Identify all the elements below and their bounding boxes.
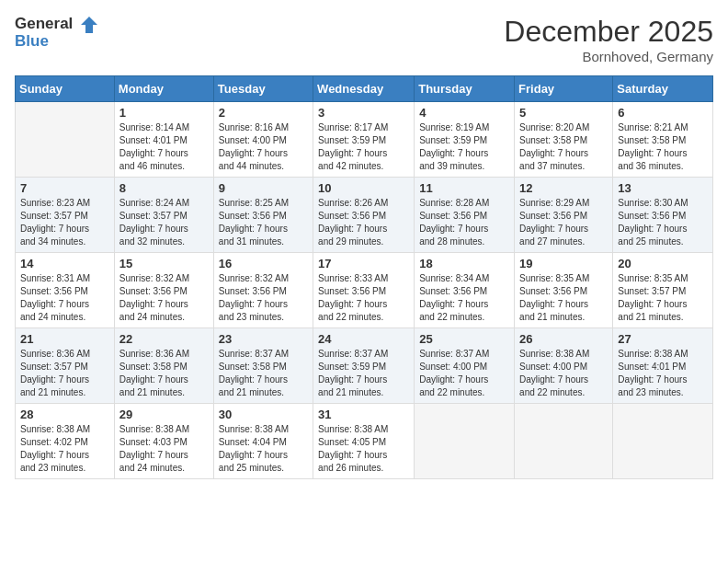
day-info: Sunrise: 8:38 AMSunset: 4:00 PMDaylight:…	[519, 348, 608, 399]
day-info: Sunrise: 8:20 AMSunset: 3:58 PMDaylight:…	[519, 121, 608, 173]
title-section: December 2025 Bornhoved, Germany	[504, 15, 713, 64]
calendar-cell: 4Sunrise: 8:19 AMSunset: 3:59 PMDaylight…	[415, 102, 515, 178]
day-number: 11	[419, 181, 509, 195]
calendar-cell: 27Sunrise: 8:38 AMSunset: 4:01 PMDayligh…	[613, 328, 713, 404]
day-info: Sunrise: 8:26 AMSunset: 3:56 PMDaylight:…	[318, 197, 409, 248]
calendar-cell: 25Sunrise: 8:37 AMSunset: 4:00 PMDayligh…	[415, 328, 515, 404]
day-info: Sunrise: 8:38 AMSunset: 4:04 PMDaylight:…	[219, 423, 308, 475]
day-info: Sunrise: 8:38 AMSunset: 4:05 PMDaylight:…	[318, 423, 409, 475]
day-number: 20	[618, 257, 708, 270]
calendar-cell: 26Sunrise: 8:38 AMSunset: 4:00 PMDayligh…	[515, 328, 613, 404]
day-number: 1	[119, 106, 209, 120]
day-number: 7	[20, 181, 109, 195]
calendar-cell: 31Sunrise: 8:38 AMSunset: 4:05 PMDayligh…	[313, 404, 415, 479]
day-number: 26	[519, 332, 608, 346]
day-info: Sunrise: 8:14 AMSunset: 4:01 PMDaylight:…	[119, 121, 209, 173]
day-info: Sunrise: 8:37 AMSunset: 4:00 PMDaylight:…	[419, 348, 509, 399]
weekday-header-friday: Friday	[515, 76, 613, 102]
day-info: Sunrise: 8:38 AMSunset: 4:01 PMDaylight:…	[618, 348, 708, 399]
calendar-cell	[515, 404, 613, 479]
weekday-header-monday: Monday	[114, 76, 213, 102]
calendar-cell: 7Sunrise: 8:23 AMSunset: 3:57 PMDaylight…	[16, 178, 115, 253]
calendar-cell: 16Sunrise: 8:32 AMSunset: 3:56 PMDayligh…	[213, 253, 313, 328]
day-number: 13	[618, 181, 708, 195]
day-number: 23	[219, 332, 308, 346]
day-number: 21	[20, 332, 109, 346]
day-info: Sunrise: 8:24 AMSunset: 3:57 PMDaylight:…	[119, 197, 209, 248]
day-info: Sunrise: 8:36 AMSunset: 3:57 PMDaylight:…	[20, 348, 109, 399]
calendar-cell: 15Sunrise: 8:32 AMSunset: 3:56 PMDayligh…	[114, 253, 213, 328]
calendar-cell: 20Sunrise: 8:35 AMSunset: 3:57 PMDayligh…	[613, 253, 713, 328]
weekday-header-tuesday: Tuesday	[213, 76, 313, 102]
day-info: Sunrise: 8:38 AMSunset: 4:03 PMDaylight:…	[119, 423, 209, 475]
day-number: 22	[119, 332, 209, 346]
day-number: 16	[219, 257, 308, 270]
day-info: Sunrise: 8:33 AMSunset: 3:56 PMDaylight:…	[318, 272, 409, 324]
day-number: 18	[419, 257, 509, 270]
day-info: Sunrise: 8:35 AMSunset: 3:57 PMDaylight:…	[618, 272, 708, 324]
svg-marker-0	[81, 17, 97, 33]
day-info: Sunrise: 8:37 AMSunset: 3:59 PMDaylight:…	[318, 348, 409, 399]
calendar-cell: 8Sunrise: 8:24 AMSunset: 3:57 PMDaylight…	[114, 178, 213, 253]
day-number: 24	[318, 332, 409, 346]
calendar-week-row: 7Sunrise: 8:23 AMSunset: 3:57 PMDaylight…	[16, 178, 713, 253]
calendar-cell: 3Sunrise: 8:17 AMSunset: 3:59 PMDaylight…	[313, 102, 415, 178]
calendar-cell: 28Sunrise: 8:38 AMSunset: 4:02 PMDayligh…	[16, 404, 115, 479]
calendar-cell: 14Sunrise: 8:31 AMSunset: 3:56 PMDayligh…	[16, 253, 115, 328]
day-number: 31	[318, 408, 409, 421]
day-info: Sunrise: 8:29 AMSunset: 3:56 PMDaylight:…	[519, 197, 608, 248]
day-number: 30	[219, 408, 308, 421]
calendar-cell: 18Sunrise: 8:34 AMSunset: 3:56 PMDayligh…	[415, 253, 515, 328]
day-number: 27	[618, 332, 708, 346]
day-number: 4	[419, 106, 509, 120]
logo-icon	[79, 15, 99, 35]
calendar-cell: 13Sunrise: 8:30 AMSunset: 3:56 PMDayligh…	[613, 178, 713, 253]
calendar-cell: 6Sunrise: 8:21 AMSunset: 3:58 PMDaylight…	[613, 102, 713, 178]
day-number: 28	[20, 408, 109, 421]
day-info: Sunrise: 8:30 AMSunset: 3:56 PMDaylight:…	[618, 197, 708, 248]
day-info: Sunrise: 8:37 AMSunset: 3:58 PMDaylight:…	[219, 348, 308, 399]
calendar-cell: 21Sunrise: 8:36 AMSunset: 3:57 PMDayligh…	[16, 328, 115, 404]
day-number: 17	[318, 257, 409, 270]
calendar-cell: 29Sunrise: 8:38 AMSunset: 4:03 PMDayligh…	[114, 404, 213, 479]
calendar-cell	[613, 404, 713, 479]
calendar-cell: 5Sunrise: 8:20 AMSunset: 3:58 PMDaylight…	[515, 102, 613, 178]
calendar-cell: 30Sunrise: 8:38 AMSunset: 4:04 PMDayligh…	[213, 404, 313, 479]
calendar-cell: 12Sunrise: 8:29 AMSunset: 3:56 PMDayligh…	[515, 178, 613, 253]
day-info: Sunrise: 8:32 AMSunset: 3:56 PMDaylight:…	[219, 272, 308, 324]
weekday-header-wednesday: Wednesday	[313, 76, 415, 102]
calendar-cell	[16, 102, 115, 178]
calendar-table: SundayMondayTuesdayWednesdayThursdayFrid…	[15, 75, 713, 479]
calendar-cell: 2Sunrise: 8:16 AMSunset: 4:00 PMDaylight…	[213, 102, 313, 178]
day-number: 2	[219, 106, 308, 120]
month-title: December 2025	[504, 15, 713, 49]
day-number: 12	[519, 181, 608, 195]
day-info: Sunrise: 8:28 AMSunset: 3:56 PMDaylight:…	[419, 197, 509, 248]
day-number: 3	[318, 106, 409, 120]
weekday-header-row: SundayMondayTuesdayWednesdayThursdayFrid…	[16, 76, 713, 102]
day-number: 9	[219, 181, 308, 195]
day-info: Sunrise: 8:38 AMSunset: 4:02 PMDaylight:…	[20, 423, 109, 475]
calendar-cell: 1Sunrise: 8:14 AMSunset: 4:01 PMDaylight…	[114, 102, 213, 178]
day-number: 29	[119, 408, 209, 421]
page-header: General Blue December 2025 Bornhoved, Ge…	[15, 15, 713, 64]
day-info: Sunrise: 8:21 AMSunset: 3:58 PMDaylight:…	[618, 121, 708, 173]
calendar-cell: 19Sunrise: 8:35 AMSunset: 3:56 PMDayligh…	[515, 253, 613, 328]
day-number: 25	[419, 332, 509, 346]
day-number: 8	[119, 181, 209, 195]
calendar-cell: 10Sunrise: 8:26 AMSunset: 3:56 PMDayligh…	[313, 178, 415, 253]
calendar-week-row: 21Sunrise: 8:36 AMSunset: 3:57 PMDayligh…	[16, 328, 713, 404]
day-info: Sunrise: 8:25 AMSunset: 3:56 PMDaylight:…	[219, 197, 308, 248]
logo: General Blue	[15, 15, 99, 51]
day-info: Sunrise: 8:36 AMSunset: 3:58 PMDaylight:…	[119, 348, 209, 399]
weekday-header-saturday: Saturday	[613, 76, 713, 102]
day-info: Sunrise: 8:35 AMSunset: 3:56 PMDaylight:…	[519, 272, 608, 324]
weekday-header-thursday: Thursday	[415, 76, 515, 102]
day-number: 15	[119, 257, 209, 270]
day-number: 19	[519, 257, 608, 270]
calendar-cell	[415, 404, 515, 479]
day-info: Sunrise: 8:34 AMSunset: 3:56 PMDaylight:…	[419, 272, 509, 324]
calendar-cell: 23Sunrise: 8:37 AMSunset: 3:58 PMDayligh…	[213, 328, 313, 404]
calendar-week-row: 1Sunrise: 8:14 AMSunset: 4:01 PMDaylight…	[16, 102, 713, 178]
calendar-week-row: 28Sunrise: 8:38 AMSunset: 4:02 PMDayligh…	[16, 404, 713, 479]
